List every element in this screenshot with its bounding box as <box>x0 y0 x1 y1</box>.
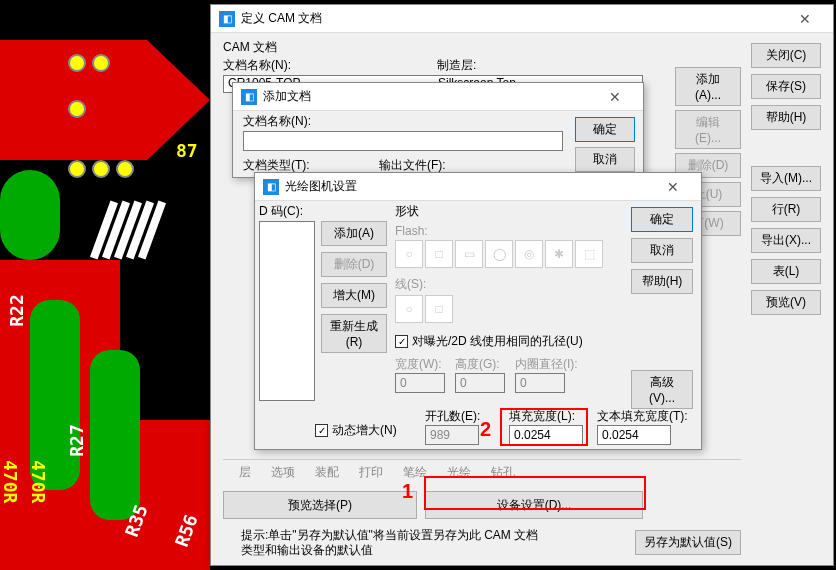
hint-text: 提示:单击"另存为默认值"将当前设置另存为此 CAM 文档类型和输出设备的默认值 <box>241 528 541 559</box>
plot-delete-button[interactable]: 删除(D) <box>321 252 387 277</box>
close-icon[interactable]: ✕ <box>595 89 635 105</box>
doc-name-label: 文档名称(N): <box>223 57 291 74</box>
add-doc-dialog: ◧ 添加文档 ✕ 文档名称(N): 文档类型(T): 输出文件(F): 确定 取… <box>232 82 644 178</box>
help-button[interactable]: 帮助(H) <box>751 105 821 130</box>
plot-enlarge-button[interactable]: 增大(M) <box>321 283 387 308</box>
add-ok-button[interactable]: 确定 <box>575 117 635 142</box>
line-circle-icon[interactable]: ○ <box>395 295 423 323</box>
table-button[interactable]: 表(L) <box>751 259 821 284</box>
mfg-layer-label: 制造层: <box>437 57 476 74</box>
plot-cancel-button[interactable]: 取消 <box>631 238 693 263</box>
auto-enlarge-checkbox[interactable]: ✓ 动态增大(N) <box>315 422 397 439</box>
inner-dia-label: 内圈直径(I): <box>515 356 578 373</box>
plot-ok-button[interactable]: 确定 <box>631 207 693 232</box>
close-icon[interactable]: ✕ <box>653 179 693 195</box>
plotter-settings-dialog: ◧ 光绘图机设置 ✕ D 码(C): 添加(A) 删除(D) 增大(M) 重新生… <box>254 172 702 450</box>
dcode-list[interactable] <box>259 221 315 401</box>
export-button[interactable]: 导出(X)... <box>751 228 821 253</box>
pcb-label-470-1: 470R <box>0 460 21 503</box>
width-label: 宽度(W): <box>395 356 445 373</box>
tab-print[interactable]: 打印 <box>359 464 383 481</box>
plot-regen-button[interactable]: 重新生成(R) <box>321 314 387 353</box>
shape-thermal-icon[interactable]: ✱ <box>545 240 573 268</box>
close-button[interactable]: 关闭(C) <box>751 43 821 68</box>
app-icon: ◧ <box>241 89 257 105</box>
annotation-box-1 <box>424 476 646 510</box>
holes-input <box>425 425 479 445</box>
preview-button[interactable]: 预览(V) <box>751 290 821 315</box>
height-input <box>455 373 505 393</box>
close-icon[interactable]: ✕ <box>785 11 825 27</box>
edit-button[interactable]: 编辑(E)... <box>675 110 741 149</box>
titlebar-cam[interactable]: ◧ 定义 CAM 文档 ✕ <box>211 5 833 33</box>
add-cancel-button[interactable]: 取消 <box>575 147 635 172</box>
height-label: 高度(G): <box>455 356 505 373</box>
holes-label: 开孔数(E): <box>425 408 480 425</box>
title-plot: 光绘图机设置 <box>285 178 653 195</box>
app-icon: ◧ <box>263 179 279 195</box>
width-input <box>395 373 445 393</box>
shape-custom-icon[interactable]: ⬚ <box>575 240 603 268</box>
text-fill-input[interactable] <box>597 425 671 445</box>
preview-select-button[interactable]: 预览选择(P) <box>223 491 417 519</box>
dcode-label: D 码(C): <box>259 203 303 220</box>
titlebar-add[interactable]: ◧ 添加文档 ✕ <box>233 83 643 111</box>
auto-enlarge-label: 动态增大(N) <box>332 422 397 439</box>
pcb-label-87: 87 <box>176 140 198 161</box>
add-button[interactable]: 添加(A)... <box>675 67 741 106</box>
shape-oval-icon[interactable]: ◯ <box>485 240 513 268</box>
tab-options[interactable]: 选项 <box>271 464 295 481</box>
save-button[interactable]: 保存(S) <box>751 74 821 99</box>
titlebar-plot[interactable]: ◧ 光绘图机设置 ✕ <box>255 173 701 201</box>
shape-circle-icon[interactable]: ○ <box>395 240 423 268</box>
checkmark-icon: ✓ <box>395 335 408 348</box>
shape-square-icon[interactable]: □ <box>425 240 453 268</box>
save-default-button[interactable]: 另存为默认值(S) <box>635 530 741 555</box>
shape-rect-icon[interactable]: ▭ <box>455 240 483 268</box>
plot-add-button[interactable]: 添加(A) <box>321 221 387 246</box>
line-square-icon[interactable]: □ <box>425 295 453 323</box>
line-label: 线(S): <box>395 276 613 293</box>
inner-dia-input <box>515 373 565 393</box>
flash-label: Flash: <box>395 224 613 238</box>
app-icon: ◧ <box>219 11 235 27</box>
annotation-num-2: 2 <box>480 418 491 441</box>
add-doc-name-input[interactable] <box>243 131 563 151</box>
checkmark-icon: ✓ <box>315 424 328 437</box>
annotation-num-1: 1 <box>402 480 413 503</box>
plot-help-button[interactable]: 帮助(H) <box>631 269 693 294</box>
same-aperture-label: 对曝光/2D 线使用相同的孔径(U) <box>412 333 583 350</box>
title-add: 添加文档 <box>263 88 595 105</box>
import-button[interactable]: 导入(M)... <box>751 166 821 191</box>
text-fill-label: 文本填充宽度(T): <box>597 408 688 425</box>
pcb-label-470-2: 470R <box>28 460 49 503</box>
annotation-box-2 <box>500 408 588 446</box>
plot-adv-button[interactable]: 高级(V)... <box>631 370 693 409</box>
add-doc-name-label: 文档名称(N): <box>243 113 311 130</box>
shape-donut-icon[interactable]: ◎ <box>515 240 543 268</box>
pcb-label-r22: R22 <box>6 294 27 327</box>
pcb-label-r27: R27 <box>66 424 87 457</box>
tab-assembly[interactable]: 装配 <box>315 464 339 481</box>
shape-label: 形状 <box>395 203 613 220</box>
run-button[interactable]: 行(R) <box>751 197 821 222</box>
same-aperture-checkbox[interactable]: ✓ 对曝光/2D 线使用相同的孔径(U) <box>395 333 583 350</box>
tab-layer[interactable]: 层 <box>239 464 251 481</box>
title-cam: 定义 CAM 文档 <box>241 10 785 27</box>
cam-group-label: CAM 文档 <box>223 39 277 56</box>
